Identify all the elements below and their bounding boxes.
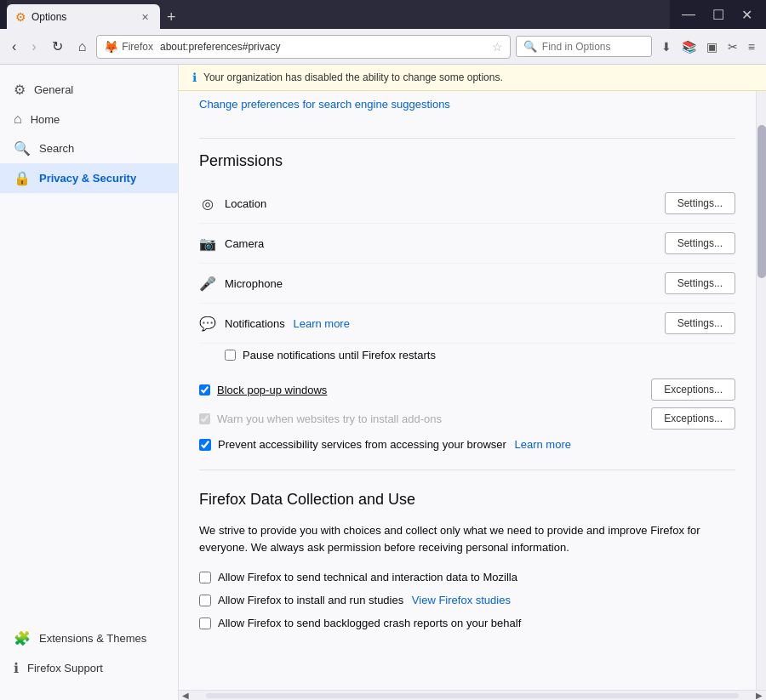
block-popups-exceptions-button[interactable]: Exceptions... xyxy=(651,378,735,401)
location-label: Location xyxy=(225,197,665,210)
camera-settings-button[interactable]: Settings... xyxy=(665,232,735,254)
sidebar-item-general[interactable]: ⚙ General xyxy=(0,75,178,105)
tab-gear-icon: ⚙ xyxy=(15,10,26,24)
bottom-scrollbar[interactable]: ◀ ▶ xyxy=(179,690,766,700)
back-button[interactable]: ‹ xyxy=(7,36,21,58)
accessibility-learn-more-link[interactable]: Learn more xyxy=(514,438,570,451)
sidebar-label-home: Home xyxy=(31,113,60,126)
section-divider xyxy=(199,138,735,139)
navigation-bar: ‹ › ↻ ⌂ 🦊 Firefox about:preferences#priv… xyxy=(0,29,766,65)
home-button[interactable]: ⌂ xyxy=(73,36,92,58)
library-button[interactable]: 📚 xyxy=(677,37,700,57)
warn-addons-exceptions-button[interactable]: Exceptions... xyxy=(651,407,735,430)
sidebar-item-extensions[interactable]: 🧩 Extensions & Themes xyxy=(0,623,178,653)
scrollbar-track[interactable] xyxy=(756,91,766,690)
pause-notifications-label: Pause notifications until Firefox restar… xyxy=(243,349,436,361)
new-tab-button[interactable]: + xyxy=(160,5,183,30)
camera-icon: 📷 xyxy=(199,236,216,252)
options-tab[interactable]: ⚙ Options ✕ xyxy=(7,4,160,30)
scroll-left-button[interactable]: ◀ xyxy=(182,691,189,700)
forward-button[interactable]: › xyxy=(26,36,41,58)
bookmark-star-icon[interactable]: ☆ xyxy=(492,40,503,54)
info-bar: ℹ Your organization has disabled the abi… xyxy=(179,65,766,91)
install-studies-label: Allow Firefox to install and run studies… xyxy=(218,594,511,606)
prevent-accessibility-row: Prevent accessibility services from acce… xyxy=(199,433,735,456)
scrollable-content: Change preferences for search engine sug… xyxy=(179,91,766,690)
info-message: Your organization has disabled the abili… xyxy=(203,71,503,83)
reload-button[interactable]: ↻ xyxy=(47,35,68,58)
menu-button[interactable]: ≡ xyxy=(744,37,759,57)
microphone-settings-button[interactable]: Settings... xyxy=(665,272,735,294)
sidebar-nav: ⚙ General ⌂ Home 🔍 Search 🔒 Privacy & Se… xyxy=(0,75,178,193)
home-icon: ⌂ xyxy=(14,111,22,127)
sidebar-bottom-nav: 🧩 Extensions & Themes ℹ Firefox Support xyxy=(0,617,178,690)
notifications-label: Notifications Learn more xyxy=(225,317,665,330)
firefox-logo-icon: 🦊 xyxy=(104,40,118,54)
find-search-icon: 🔍 xyxy=(523,40,537,53)
downloads-button[interactable]: ⬇ xyxy=(657,37,676,57)
data-collection-description: We strive to provide you with choices an… xyxy=(199,522,735,555)
data-collection-section: Firefox Data Collection and Use We striv… xyxy=(199,491,735,635)
send-technical-label: Allow Firefox to send technical and inte… xyxy=(218,571,517,583)
window-controls: — ☐ ✕ xyxy=(675,5,759,25)
sidebar-item-search[interactable]: 🔍 Search xyxy=(0,134,178,163)
general-icon: ⚙ xyxy=(14,82,26,98)
find-in-options-bar[interactable]: 🔍 xyxy=(516,36,652,57)
warn-addons-row: Warn you when websites try to install ad… xyxy=(199,404,735,433)
permissions-title: Permissions xyxy=(199,152,735,170)
main-content: Change preferences for search engine sug… xyxy=(179,91,756,655)
title-bar: ⚙ Options ✕ + — ☐ ✕ xyxy=(0,0,766,29)
sidebar-label-extensions: Extensions & Themes xyxy=(39,632,146,645)
find-in-options-input[interactable] xyxy=(542,41,644,53)
camera-label: Camera xyxy=(225,237,665,250)
address-bar[interactable]: 🦊 Firefox about:preferences#privacy ☆ xyxy=(96,35,511,59)
sidebar-item-support[interactable]: ℹ Firefox Support xyxy=(0,653,178,683)
bottom-scroll-track xyxy=(206,693,739,698)
screenshot-button[interactable]: ✂ xyxy=(723,37,742,57)
warn-addons-left: Warn you when websites try to install ad… xyxy=(199,413,442,425)
firefox-label: Firefox xyxy=(122,41,153,53)
lock-icon: 🔒 xyxy=(14,170,31,186)
permission-row-location: ◎ Location Settings... xyxy=(199,184,735,224)
install-studies-checkbox[interactable] xyxy=(199,595,211,606)
permission-row-camera: 📷 Camera Settings... xyxy=(199,224,735,264)
support-icon: ℹ xyxy=(14,660,19,676)
warn-addons-checkbox[interactable] xyxy=(199,413,210,424)
send-technical-checkbox[interactable] xyxy=(199,572,211,583)
send-technical-row: Allow Firefox to send technical and inte… xyxy=(199,566,735,589)
pause-notifications-checkbox[interactable] xyxy=(225,350,236,361)
sidebar-toggle-button[interactable]: ▣ xyxy=(702,37,722,57)
close-button[interactable]: ✕ xyxy=(735,5,759,25)
sidebar: ⚙ General ⌂ Home 🔍 Search 🔒 Privacy & Se… xyxy=(0,65,179,700)
block-popups-checkbox[interactable] xyxy=(199,384,210,396)
url-display: about:preferences#privacy xyxy=(160,41,489,53)
crash-reports-label: Allow Firefox to send backlogged crash r… xyxy=(218,617,521,629)
main-wrapper: ℹ Your organization has disabled the abi… xyxy=(179,65,766,700)
sidebar-label-search: Search xyxy=(39,142,74,155)
maximize-button[interactable]: ☐ xyxy=(706,5,731,25)
extensions-icon: 🧩 xyxy=(14,630,31,646)
notifications-settings-button[interactable]: Settings... xyxy=(665,312,735,334)
prevent-accessibility-checkbox[interactable] xyxy=(199,439,211,451)
tab-close-button[interactable]: ✕ xyxy=(138,10,151,24)
change-prefs-link[interactable]: Change preferences for search engine sug… xyxy=(199,91,735,124)
microphone-label: Microphone xyxy=(225,277,665,290)
main-area: Change preferences for search engine sug… xyxy=(179,91,756,690)
view-studies-link[interactable]: View Firefox studies xyxy=(412,594,511,606)
prevent-accessibility-label: Prevent accessibility services from acce… xyxy=(218,438,571,451)
sidebar-label-general: General xyxy=(34,83,73,96)
scroll-right-button[interactable]: ▶ xyxy=(756,691,763,700)
sidebar-label-support: Firefox Support xyxy=(27,662,103,674)
notifications-learn-more-link[interactable]: Learn more xyxy=(293,317,349,330)
minimize-button[interactable]: — xyxy=(675,5,702,25)
crash-reports-checkbox[interactable] xyxy=(199,617,211,629)
data-collection-divider xyxy=(199,470,735,470)
data-collection-title: Firefox Data Collection and Use xyxy=(199,491,735,509)
location-settings-button[interactable]: Settings... xyxy=(665,192,735,214)
block-popups-left: Block pop-up windows xyxy=(199,384,327,396)
sidebar-item-privacy[interactable]: 🔒 Privacy & Security xyxy=(0,163,178,193)
pause-notifications-row: Pause notifications until Firefox restar… xyxy=(199,344,735,367)
scrollbar-thumb[interactable] xyxy=(757,125,766,278)
sidebar-item-home[interactable]: ⌂ Home xyxy=(0,105,178,134)
info-icon: ℹ xyxy=(192,71,197,84)
